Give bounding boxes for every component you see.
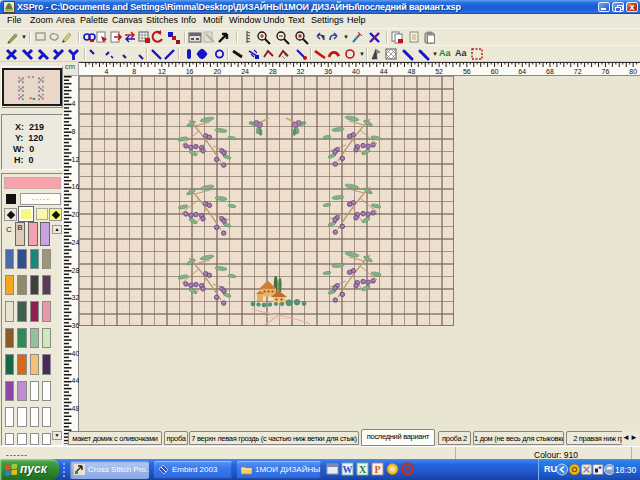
svg-text:48: 48 xyxy=(407,68,415,75)
svg-text:X: X xyxy=(359,464,367,475)
svg-text:12: 12 xyxy=(72,156,80,163)
svg-text:28: 28 xyxy=(269,68,277,75)
svg-text:28: 28 xyxy=(72,267,80,274)
svg-text:24: 24 xyxy=(241,68,249,75)
svg-text:32: 32 xyxy=(72,294,80,301)
svg-text:40: 40 xyxy=(352,68,360,75)
svg-text:32: 32 xyxy=(297,68,305,75)
svg-text:20: 20 xyxy=(213,68,221,75)
svg-text:60: 60 xyxy=(491,68,499,75)
svg-text:80: 80 xyxy=(629,68,637,75)
svg-text:4: 4 xyxy=(105,68,109,75)
svg-text:56: 56 xyxy=(463,68,471,75)
svg-text:24: 24 xyxy=(72,239,80,246)
svg-text:36: 36 xyxy=(324,68,332,75)
svg-text:W: W xyxy=(343,464,353,475)
svg-text:40: 40 xyxy=(72,350,80,357)
svg-text:16: 16 xyxy=(186,68,194,75)
svg-text:68: 68 xyxy=(546,68,554,75)
svg-text:44: 44 xyxy=(72,377,80,384)
svg-text:4: 4 xyxy=(72,100,76,107)
svg-text:72: 72 xyxy=(574,68,582,75)
svg-text:P: P xyxy=(374,464,380,475)
svg-text:48: 48 xyxy=(72,405,80,412)
svg-text:8: 8 xyxy=(132,68,136,75)
svg-text:36: 36 xyxy=(72,322,80,329)
svg-text:44: 44 xyxy=(380,68,388,75)
svg-text:20: 20 xyxy=(72,211,80,218)
svg-text:8: 8 xyxy=(72,128,76,135)
svg-text:12: 12 xyxy=(158,68,166,75)
svg-text:76: 76 xyxy=(602,68,610,75)
svg-text:16: 16 xyxy=(72,183,80,190)
svg-text:52: 52 xyxy=(435,68,443,75)
svg-text:64: 64 xyxy=(518,68,526,75)
